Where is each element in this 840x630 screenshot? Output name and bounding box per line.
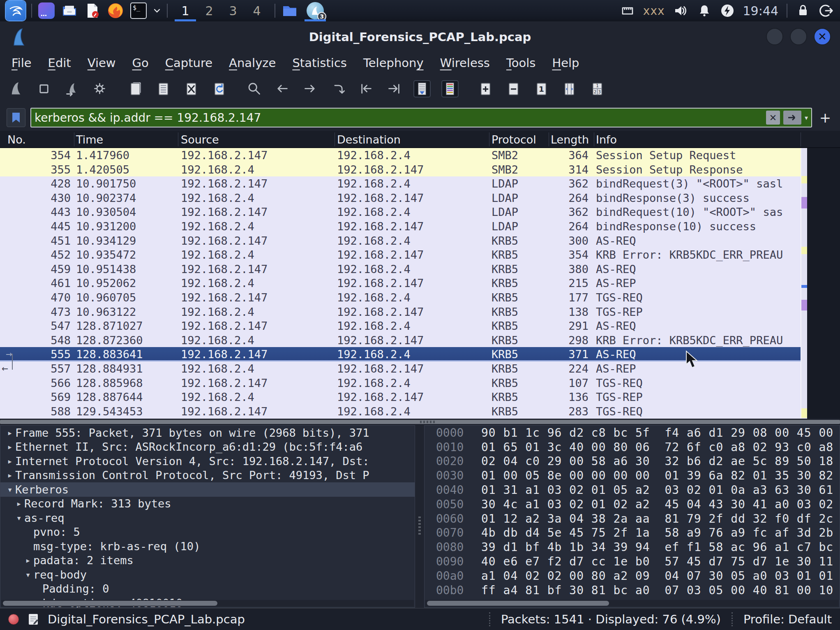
capture-comment-icon[interactable] bbox=[28, 613, 39, 625]
display-filter-input[interactable] bbox=[35, 111, 763, 125]
column-header-destination[interactable]: Destination bbox=[337, 133, 401, 146]
detail-row[interactable]: msg-type: krb-as-req (10) bbox=[0, 539, 415, 554]
filter-bookmark-icon[interactable] bbox=[7, 108, 25, 127]
menu-capture[interactable]: Capture bbox=[165, 56, 212, 70]
packet-row-443[interactable]: 44310.930504192.168.2.147192.168.2.4LDAP… bbox=[0, 205, 801, 219]
hex-row[interactable]: 004001 31 a1 03 02 01 05 a2 03 02 01 0a … bbox=[425, 483, 840, 497]
resize-columns-icon[interactable] bbox=[561, 80, 578, 97]
workspace-1[interactable]: 1 bbox=[173, 0, 197, 21]
tree-collapsed-arrow-icon[interactable]: ▸ bbox=[5, 470, 15, 480]
chevron-down-icon[interactable] bbox=[153, 7, 161, 15]
auto-scroll-icon[interactable] bbox=[413, 80, 431, 97]
workspace-3[interactable]: 3 bbox=[221, 0, 245, 21]
column-divider[interactable] bbox=[594, 132, 594, 146]
open-file-icon[interactable] bbox=[127, 80, 144, 97]
filter-dropdown-caret-icon[interactable]: ▾ bbox=[805, 114, 808, 122]
packet-list-header[interactable]: No.TimeSourceDestinationProtocolLengthIn… bbox=[0, 131, 840, 148]
detail-row[interactable]: Padding: 0 bbox=[0, 582, 415, 596]
hex-row[interactable]: 000090 b1 1c 96 d2 c8 bc 5f f4 a6 d1 29 … bbox=[425, 426, 840, 440]
detail-row[interactable]: ▸Record Mark: 313 bytes bbox=[0, 497, 415, 511]
column-divider[interactable] bbox=[549, 132, 549, 146]
hex-row[interactable]: 00704b db d4 5e 45 75 2f 1a 58 a9 76 a9 … bbox=[425, 526, 840, 540]
column-header-no[interactable]: No. bbox=[7, 133, 26, 146]
kali-menu-icon[interactable] bbox=[6, 1, 25, 21]
packet-row-428[interactable]: 42810.901750192.168.2.147192.168.2.4LDAP… bbox=[0, 176, 801, 191]
detail-row[interactable]: ▸Transmission Control Protocol, Src Port… bbox=[0, 468, 415, 483]
packet-row-569[interactable]: 569128.887644192.168.2.4192.168.2.147KRB… bbox=[0, 390, 801, 404]
packet-row-566[interactable]: 566128.885968192.168.2.147192.168.2.4KRB… bbox=[0, 376, 801, 390]
packet-row-354[interactable]: 3541.417960192.168.2.147192.168.2.4SMB23… bbox=[0, 148, 801, 162]
title-bar[interactable]: Digital_Forensics_PCAP_Lab.pcap ✕ bbox=[0, 21, 840, 53]
tree-expanded-arrow-icon[interactable]: ▾ bbox=[5, 484, 15, 495]
menu-wireless[interactable]: Wireless bbox=[440, 56, 490, 70]
reset-layout-icon[interactable]: 123 bbox=[588, 80, 606, 97]
save-file-icon[interactable] bbox=[155, 80, 172, 97]
reload-file-icon[interactable] bbox=[210, 80, 228, 97]
detail-row[interactable]: pvno: 5 bbox=[0, 525, 415, 540]
packet-row-470[interactable]: 47010.960705192.168.2.147192.168.2.4KRB5… bbox=[0, 290, 801, 305]
detail-row[interactable]: ▸Internet Protocol Version 4, Src: 192.1… bbox=[0, 454, 415, 468]
hex-row[interactable]: 001001 65 01 3c 40 00 80 06 72 6f c0 a8 … bbox=[425, 440, 840, 454]
go-last-icon[interactable] bbox=[385, 80, 403, 97]
column-header-time[interactable]: Time bbox=[76, 133, 103, 146]
restart-capture-icon[interactable] bbox=[63, 80, 81, 97]
status-profile[interactable]: Profile: Default bbox=[743, 612, 832, 626]
column-divider[interactable] bbox=[74, 132, 74, 146]
column-header-source[interactable]: Source bbox=[181, 133, 219, 146]
menu-help[interactable]: Help bbox=[552, 56, 579, 70]
tree-expanded-arrow-icon[interactable]: ▾ bbox=[14, 513, 24, 523]
go-forward-icon[interactable] bbox=[302, 80, 319, 97]
packet-list-minimap-scrollbar[interactable] bbox=[801, 148, 807, 419]
packet-row-547[interactable]: 547128.871027192.168.2.147192.168.2.4KRB… bbox=[0, 319, 801, 333]
app-launcher-icon[interactable] bbox=[38, 2, 55, 19]
go-first-icon[interactable] bbox=[358, 80, 375, 97]
column-divider[interactable] bbox=[335, 132, 335, 146]
volume-icon[interactable] bbox=[673, 3, 689, 19]
hex-row[interactable]: 008039 d1 bf 4b 1b 34 39 94 ef f1 58 ac … bbox=[425, 540, 840, 554]
notifications-bell-icon[interactable] bbox=[697, 3, 712, 18]
text-editor-icon[interactable] bbox=[84, 2, 101, 19]
start-capture-icon[interactable] bbox=[7, 80, 25, 97]
detail-row[interactable]: ▾as-req bbox=[0, 511, 415, 525]
power-manager-icon[interactable] bbox=[720, 3, 735, 18]
packet-row-588[interactable]: 588129.543453192.168.2.147192.168.2.4KRB… bbox=[0, 404, 801, 419]
column-header-protocol[interactable]: Protocol bbox=[492, 133, 536, 146]
workspace-4[interactable]: 4 bbox=[245, 0, 269, 21]
capture-options-icon[interactable] bbox=[91, 80, 108, 97]
filter-clear-icon[interactable]: ✕ bbox=[766, 111, 780, 125]
wireshark-taskbar-icon[interactable]: 3 bbox=[304, 0, 326, 21]
colorize-icon[interactable] bbox=[441, 80, 459, 97]
tree-expanded-arrow-icon[interactable]: ▾ bbox=[23, 570, 33, 580]
details-hscrollbar[interactable] bbox=[1, 600, 414, 607]
filter-add-button[interactable]: + bbox=[817, 109, 833, 126]
zoom-original-icon[interactable]: 1 bbox=[533, 80, 550, 97]
detail-row[interactable]: ▾Kerberos bbox=[0, 482, 415, 497]
bytes-hscrollbar[interactable] bbox=[425, 600, 839, 607]
network-icon[interactable] bbox=[620, 3, 635, 18]
hex-row[interactable]: 006001 12 a2 3a 04 38 2a aa 81 79 2f dd … bbox=[425, 512, 840, 526]
lock-screen-icon[interactable] bbox=[796, 3, 810, 18]
column-header-info[interactable]: Info bbox=[596, 133, 617, 146]
hex-row[interactable]: 009040 e6 e7 f2 d7 cc 1e b0 57 45 d7 75 … bbox=[425, 554, 840, 569]
go-back-icon[interactable] bbox=[274, 80, 291, 97]
terminal-icon[interactable]: $_ bbox=[130, 2, 147, 19]
detail-row[interactable]: ▾req-body bbox=[0, 567, 415, 582]
menu-edit[interactable]: Edit bbox=[48, 56, 71, 70]
zoom-in-icon[interactable] bbox=[477, 80, 494, 97]
tree-collapsed-arrow-icon[interactable]: ▸ bbox=[5, 456, 15, 466]
hex-row[interactable]: 00a0a1 04 02 02 00 80 a2 09 04 07 30 05 … bbox=[425, 569, 840, 583]
stop-capture-icon[interactable] bbox=[35, 80, 53, 97]
zoom-out-icon[interactable] bbox=[505, 80, 522, 97]
packet-row-459[interactable]: 45910.951438192.168.2.147192.168.2.4KRB5… bbox=[0, 262, 801, 276]
detail-row[interactable]: ▸padata: 2 items bbox=[0, 554, 415, 568]
maximize-button[interactable] bbox=[790, 28, 807, 45]
packet-row-473[interactable]: 47310.963122192.168.2.4192.168.2.147KRB5… bbox=[0, 305, 801, 319]
tree-collapsed-arrow-icon[interactable]: ▸ bbox=[5, 428, 15, 438]
column-header-length[interactable]: Length bbox=[551, 133, 589, 146]
packet-row-355[interactable]: 3551.420505192.168.2.4192.168.2.147SMB23… bbox=[0, 162, 801, 177]
filter-apply-icon[interactable] bbox=[783, 111, 801, 125]
packet-row-461[interactable]: 46110.952062192.168.2.4192.168.2.147KRB5… bbox=[0, 276, 801, 290]
menu-view[interactable]: View bbox=[88, 56, 116, 70]
hex-row[interactable]: 005030 4c a1 03 02 01 02 a2 45 04 43 30 … bbox=[425, 497, 840, 512]
column-divider[interactable] bbox=[489, 132, 489, 146]
